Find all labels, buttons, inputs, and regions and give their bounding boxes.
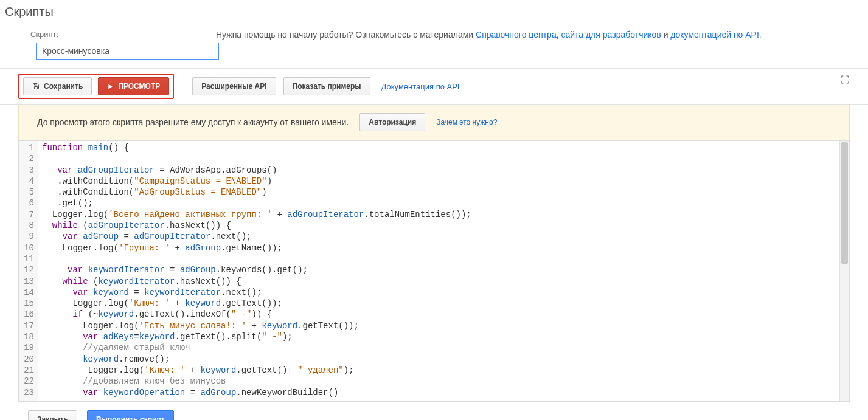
line-number: 6: [19, 198, 34, 208]
highlighted-save-group: Сохранить ПРОСМОТР: [18, 74, 174, 99]
line-number: 20: [19, 354, 34, 365]
help-link-dev-site[interactable]: сайта для разработчиков: [561, 30, 661, 40]
line-number: 5: [19, 187, 34, 198]
authorize-button-label: Авторизация: [369, 118, 416, 126]
page-title: Скрипты: [0, 5, 868, 30]
advanced-api-button[interactable]: Расширенные API: [192, 77, 276, 95]
script-name-input[interactable]: [36, 43, 219, 60]
toolbar: Сохранить ПРОСМОТР Расширенные API Показ…: [0, 68, 868, 105]
code-line[interactable]: .withCondition("CampaignStatus = ENABLED…: [42, 176, 849, 187]
code-line[interactable]: while (keywordIterator.hasNext()) {: [42, 276, 849, 287]
code-line[interactable]: [42, 253, 849, 264]
play-icon: [107, 83, 114, 90]
run-script-button[interactable]: Выполнить скрипт: [87, 410, 174, 420]
code-line[interactable]: var adGroup = adGroupIterator.next();: [42, 231, 849, 242]
code-line[interactable]: Logger.log('Ключ: ' + keyword.getText())…: [42, 298, 849, 309]
line-number: 2: [19, 153, 34, 164]
help-line: Нужна помощь по началу работы? Ознакомьт…: [216, 30, 762, 40]
code-line[interactable]: Logger.log('Ключ: ' + keyword.getText()+…: [42, 365, 849, 376]
code-line[interactable]: var keywordIterator = adGroup.keywords()…: [42, 264, 849, 275]
scrollbar-thumb[interactable]: [841, 142, 848, 264]
editor-scrollbar[interactable]: [839, 141, 849, 401]
line-number: 8: [19, 220, 34, 231]
line-number: 14: [19, 287, 34, 298]
line-number: 12: [19, 264, 34, 275]
code-line[interactable]: .get();: [42, 198, 849, 208]
run-script-label: Выполнить скрипт: [96, 415, 165, 420]
line-number-gutter: 1234567891011121314151617181920212223: [19, 141, 38, 401]
footer-bar: Закрыть Выполнить скрипт: [0, 402, 868, 420]
save-button[interactable]: Сохранить: [23, 77, 92, 95]
svg-marker-0: [109, 84, 113, 89]
line-number: 4: [19, 176, 34, 187]
line-number: 16: [19, 309, 34, 320]
preview-button[interactable]: ПРОСМОТР: [98, 77, 169, 95]
line-number: 1: [19, 142, 34, 153]
advanced-api-label: Расширенные API: [201, 82, 266, 91]
preview-button-label: ПРОСМОТР: [118, 82, 160, 91]
line-number: 15: [19, 298, 34, 309]
code-line[interactable]: Logger.log('Всего найдено активных групп…: [42, 209, 849, 220]
line-number: 18: [19, 331, 34, 342]
code-line[interactable]: var adGroupIterator = AdWordsApp.adGroup…: [42, 165, 849, 176]
line-number: 22: [19, 376, 34, 387]
close-button[interactable]: Закрыть: [28, 410, 77, 420]
code-line[interactable]: //добавляем ключ без минусов: [42, 376, 849, 387]
line-number: 7: [19, 209, 34, 220]
fullscreen-icon[interactable]: [840, 75, 850, 86]
api-docs-link[interactable]: Документация по API: [381, 82, 460, 91]
code-area[interactable]: function main() { var adGroupIterator = …: [38, 141, 849, 401]
show-examples-button[interactable]: Показать примеры: [283, 77, 370, 95]
show-examples-label: Показать примеры: [293, 82, 361, 91]
code-line[interactable]: .withCondition("AdGroupStatus = ENABLED"…: [42, 187, 849, 198]
line-number: 13: [19, 276, 34, 287]
line-number: 10: [19, 243, 34, 253]
help-link-help-center[interactable]: Справочного центра: [476, 30, 557, 40]
code-line[interactable]: //удаляем старый ключ: [42, 342, 849, 353]
help-sep2: и: [661, 30, 671, 40]
authorize-button[interactable]: Авторизация: [359, 113, 425, 131]
line-number: 21: [19, 365, 34, 376]
code-line[interactable]: Logger.log('Группа: ' + adGroup.getName(…: [42, 243, 849, 253]
help-text-prefix: Нужна помощь по началу работы? Ознакомьт…: [216, 30, 476, 40]
code-line[interactable]: var adKeys=keyword.getText().split(" -")…: [42, 331, 849, 342]
code-line[interactable]: var keyword = keywordIterator.next();: [42, 287, 849, 298]
line-number: 11: [19, 253, 34, 264]
authorization-bar: До просмотр этого скрипта разрешите ему …: [18, 105, 850, 140]
code-line[interactable]: function main() {: [42, 142, 849, 153]
line-number: 17: [19, 320, 34, 331]
code-line[interactable]: var keywordOperation = adGroup.newKeywor…: [42, 387, 849, 398]
line-number: 19: [19, 342, 34, 353]
code-line[interactable]: Logger.log('Есть минус слова!: ' + keywo…: [42, 320, 849, 331]
code-line[interactable]: keyword.remove();: [42, 354, 849, 365]
line-number: 9: [19, 231, 34, 242]
help-link-api-docs[interactable]: документацией по API: [670, 30, 759, 40]
code-editor[interactable]: 1234567891011121314151617181920212223 fu…: [18, 140, 850, 402]
script-name-label: Скрипт:: [30, 30, 58, 39]
line-number: 3: [19, 165, 34, 176]
line-number: 23: [19, 387, 34, 398]
save-button-label: Сохранить: [44, 82, 83, 91]
help-suffix: .: [759, 30, 762, 40]
why-needed-link[interactable]: Зачем это нужно?: [436, 118, 497, 126]
authorization-message: До просмотр этого скрипта разрешите ему …: [37, 117, 349, 127]
code-line[interactable]: while (adGroupIterator.hasNext()) {: [42, 220, 849, 231]
close-button-label: Закрыть: [37, 415, 68, 420]
code-line[interactable]: [42, 153, 849, 164]
save-icon: [32, 83, 40, 90]
code-line[interactable]: if (~keyword.getText().indexOf(" -")) {: [42, 309, 849, 320]
